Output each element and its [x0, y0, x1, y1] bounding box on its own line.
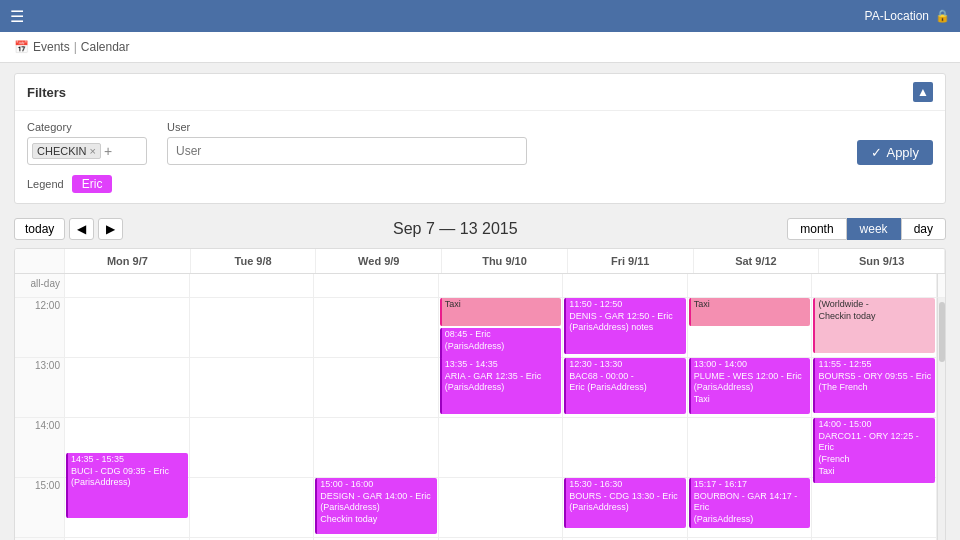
event-sat-1517[interactable]: 15:17 - 16:17BOURBON - GAR 14:17 - Eric(… [689, 478, 811, 528]
week-view-button[interactable]: week [847, 218, 901, 240]
cell-tue-1300 [190, 358, 315, 418]
calendar-time-area: 12:00 Taxi 08:45 - Eric(ParisAddress) 11… [15, 298, 945, 540]
category-filter-group: Category CHECKIN × + [27, 121, 147, 165]
category-tag: CHECKIN × [32, 143, 101, 159]
filters-panel: Filters ▲ Category CHECKIN × + User [14, 73, 946, 204]
category-tag-remove[interactable]: × [90, 145, 96, 157]
event-sun-1400[interactable]: 14:00 - 15:00DARCO11 - ORY 12:25 - Eric(… [813, 418, 935, 483]
cell-sat-1200: Taxi [688, 298, 813, 358]
top-bar: ☰ PA-Location 🔒 [0, 0, 960, 32]
breadcrumb-calendar: Calendar [81, 40, 130, 54]
event-fri-1230[interactable]: 12:30 - 13:30BAC68 - 00:00 -Eric (ParisA… [564, 358, 686, 414]
event-thu-1335[interactable]: 13:35 - 14:35ARIA - GAR 12:35 - Eric(Par… [440, 358, 562, 414]
user-label: User [167, 121, 837, 133]
cell-sat-1500: 15:17 - 16:17BOURBON - GAR 14:17 - Eric(… [688, 478, 813, 538]
event-fri-1150[interactable]: 11:50 - 12:50DENIS - GAR 12:50 - Eric(Pa… [564, 298, 686, 354]
allday-thu [439, 274, 564, 298]
apply-label: Apply [886, 145, 919, 160]
event-thu-taxi[interactable]: Taxi [440, 298, 562, 326]
allday-wed [314, 274, 439, 298]
calendar-grid: Mon 9/7 Tue 9/8 Wed 9/9 Thu 9/10 Fri 9/1… [14, 248, 946, 540]
calendar-nav: today ◀ ▶ [14, 218, 123, 240]
next-button[interactable]: ▶ [98, 218, 123, 240]
cell-wed-1300 [314, 358, 439, 418]
cell-sun-1300: 11:55 - 12:55BOURS5 - ORY 09:55 - Eric(T… [812, 358, 937, 418]
allday-sun [812, 274, 937, 298]
legend-label: Legend [27, 178, 64, 190]
header-thu: Thu 9/10 [442, 249, 568, 273]
time-1300: 13:00 [15, 358, 65, 418]
header-tue: Tue 9/8 [191, 249, 317, 273]
scrollbar[interactable] [937, 298, 945, 540]
today-button[interactable]: today [14, 218, 65, 240]
cell-thu-1200: Taxi 08:45 - Eric(ParisAddress) [439, 298, 564, 358]
apply-button[interactable]: ✓ Apply [857, 140, 933, 165]
allday-row: all-day [15, 274, 945, 298]
event-sat-taxi[interactable]: Taxi [689, 298, 811, 326]
cell-fri-1500: 15:30 - 16:30BOURS - CDG 13:30 - Eric(Pa… [563, 478, 688, 538]
month-view-button[interactable]: month [787, 218, 846, 240]
allday-tue [190, 274, 315, 298]
cell-thu-1500 [439, 478, 564, 538]
event-sat-1300[interactable]: 13:00 - 14:00PLUME - WES 12:00 - Eric(Pa… [689, 358, 811, 414]
top-bar-right: PA-Location 🔒 [865, 9, 950, 23]
location-label: PA-Location [865, 9, 929, 23]
breadcrumb-events[interactable]: Events [33, 40, 70, 54]
cell-sat-1300: 13:00 - 14:00PLUME - WES 12:00 - Eric(Pa… [688, 358, 813, 418]
event-mon-1435[interactable]: 14:35 - 15:35BUCI - CDG 09:35 - Eric(Par… [66, 453, 188, 518]
cell-fri-1300: 12:30 - 13:30BAC68 - 00:00 -Eric (ParisA… [563, 358, 688, 418]
lock-icon: 🔒 [935, 9, 950, 23]
time-1500: 15:00 [15, 478, 65, 538]
calendar-scroll[interactable]: 12:00 Taxi 08:45 - Eric(ParisAddress) 11… [15, 298, 937, 540]
allday-fri [563, 274, 688, 298]
day-view-button[interactable]: day [901, 218, 946, 240]
user-input[interactable] [167, 137, 527, 165]
category-input[interactable]: CHECKIN × + [27, 137, 147, 165]
cell-wed-1400 [314, 418, 439, 478]
header-fri: Fri 9/11 [568, 249, 694, 273]
event-sun-worldwide[interactable]: (Worldwide -Checkin today [813, 298, 935, 353]
cell-fri-1400 [563, 418, 688, 478]
calendar-header: Mon 9/7 Tue 9/8 Wed 9/9 Thu 9/10 Fri 9/1… [15, 249, 945, 274]
event-wed-1500[interactable]: 15:00 - 16:00DESIGN - GAR 14:00 - Eric(P… [315, 478, 437, 534]
event-fri-1530[interactable]: 15:30 - 16:30BOURS - CDG 13:30 - Eric(Pa… [564, 478, 686, 528]
header-wed: Wed 9/9 [316, 249, 442, 273]
filters-body: Category CHECKIN × + User ✓ Apply [15, 111, 945, 203]
main-content: Filters ▲ Category CHECKIN × + User [0, 63, 960, 540]
filters-header: Filters ▲ [15, 74, 945, 111]
cell-wed-1500: 15:00 - 16:00DESIGN - GAR 14:00 - Eric(P… [314, 478, 439, 538]
time-grid: 12:00 Taxi 08:45 - Eric(ParisAddress) 11… [15, 298, 937, 540]
header-sat: Sat 9/12 [694, 249, 820, 273]
allday-mon [65, 274, 190, 298]
hamburger-icon[interactable]: ☰ [10, 7, 24, 26]
allday-sat [688, 274, 813, 298]
user-filter-group: User [167, 121, 837, 165]
cell-thu-1400 [439, 418, 564, 478]
calendar-title: Sep 7 — 13 2015 [393, 220, 518, 238]
cell-tue-1400 [190, 418, 315, 478]
legend-tag: Eric [72, 175, 113, 193]
cell-sun-1200: (Worldwide -Checkin today [812, 298, 937, 358]
event-sun-1155[interactable]: 11:55 - 12:55BOURS5 - ORY 09:55 - Eric(T… [813, 358, 935, 413]
cell-tue-1200 [190, 298, 315, 358]
cell-mon-1200 [65, 298, 190, 358]
category-add-icon[interactable]: + [104, 143, 112, 159]
filters-collapse-button[interactable]: ▲ [913, 82, 933, 102]
cell-mon-1500: 14:35 - 15:35BUCI - CDG 09:35 - Eric(Par… [65, 478, 190, 538]
category-label: Category [27, 121, 147, 133]
cell-mon-1300 [65, 358, 190, 418]
cell-fri-1200: 11:50 - 12:50DENIS - GAR 12:50 - Eric(Pa… [563, 298, 688, 358]
cell-thu-1300: 13:35 - 14:35ARIA - GAR 12:35 - Eric(Par… [439, 358, 564, 418]
allday-scrollbar [937, 274, 945, 298]
allday-label: all-day [15, 274, 65, 298]
view-buttons: month week day [787, 218, 946, 240]
filters-row: Category CHECKIN × + User ✓ Apply [27, 121, 933, 165]
time-1400: 14:00 [15, 418, 65, 478]
header-sun: Sun 9/13 [819, 249, 945, 273]
prev-button[interactable]: ◀ [69, 218, 94, 240]
cell-tue-1500 [190, 478, 315, 538]
breadcrumb-calendar-icon: 📅 [14, 40, 29, 54]
time-1200: 12:00 [15, 298, 65, 358]
cell-sun-1500 [812, 478, 937, 538]
cell-wed-1200 [314, 298, 439, 358]
